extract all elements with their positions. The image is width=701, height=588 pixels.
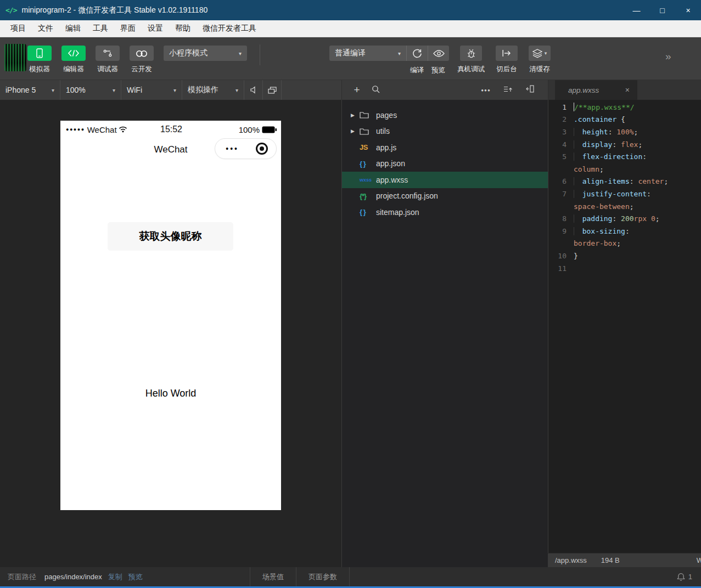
code-line-5: 5 flex-direction: (548, 150, 701, 163)
token: padding (574, 214, 612, 223)
minimize-button[interactable]: — (624, 0, 649, 20)
code-line-7: 7 justify-content: (548, 188, 701, 200)
sim-action-select-value: 模拟操作 (188, 85, 218, 95)
split-editor-button[interactable] (521, 85, 538, 95)
panel-button-0[interactable]: 模拟器 (27, 46, 52, 74)
panel-label-1: 编辑器 (63, 65, 84, 74)
tab-app-wxss[interactable]: app.wxss × (555, 80, 637, 100)
carrier-label: WeChat (87, 125, 117, 134)
mute-button[interactable] (244, 80, 263, 100)
token: ; (638, 140, 642, 149)
chevron-down-icon: ▾ (235, 87, 238, 93)
menu-item-0[interactable]: 项目 (4, 24, 32, 33)
compile-action-1[interactable] (428, 46, 449, 61)
token: flex-direction (574, 152, 642, 161)
overflow-icon[interactable]: » (665, 50, 671, 63)
close-button[interactable]: × (675, 0, 701, 20)
panel-button-2[interactable]: 调试器 (96, 46, 120, 74)
code-editor[interactable]: 1/**app.wxss**/2.container {3 height: 10… (548, 100, 701, 553)
window-controls: — □ × (624, 0, 701, 20)
token: : (612, 214, 621, 223)
tree-item-app.json[interactable]: { }app.json (342, 156, 548, 172)
code-line-wrap-11: border-box; (548, 238, 701, 250)
wechat-devtools-window: </> miniprogram-2 - 微信开发者工具 Stable v1.02… (0, 0, 701, 588)
copy-link[interactable]: 复制 (108, 572, 122, 582)
capsule-home-icon[interactable] (256, 143, 268, 155)
panel-button-1[interactable]: 编辑器 (61, 46, 86, 74)
toolbar-action-0[interactable]: 真机调试 (457, 46, 485, 74)
more-button[interactable]: ●●● (478, 88, 494, 93)
layers-icon-box: ▾ (529, 46, 551, 61)
code-text: display: flex; (574, 140, 642, 149)
token: : (642, 152, 647, 161)
toolbar-action-1[interactable]: 切后台 (496, 46, 518, 74)
sim-action-select[interactable]: 模拟操作▾ (182, 80, 244, 100)
code-text: column; (574, 165, 604, 173)
menu-item-5[interactable]: 设置 (142, 24, 169, 33)
network-select[interactable]: WiFi▾ (121, 80, 182, 100)
user-avatar[interactable] (4, 44, 26, 71)
line-number: 1 (548, 103, 574, 111)
menu-item-2[interactable]: 编辑 (59, 24, 87, 33)
capsule-more-icon[interactable]: ••• (223, 144, 239, 153)
zoom-select[interactable]: 100%▾ (60, 80, 121, 100)
bug-icon-box (460, 46, 482, 61)
menu-item-7[interactable]: 微信开发者工具 (197, 24, 262, 33)
notifications-button[interactable]: 1 (677, 567, 701, 586)
token: center (638, 177, 664, 185)
preview-link[interactable]: 预览 (128, 572, 143, 582)
tree-item-sitemap.json[interactable]: { }sitemap.json (342, 204, 548, 220)
code-line-9: 9 box-sizing: (548, 225, 701, 238)
tree-item-app.wxss[interactable]: wxssapp.wxss (342, 172, 548, 188)
menu-item-3[interactable]: 工具 (87, 24, 114, 33)
code-text: justify-content: (574, 190, 651, 198)
bug-icon (466, 48, 476, 59)
eye-icon (433, 50, 445, 57)
tree-item-project.config.json[interactable]: {*}project.config.json (342, 188, 548, 205)
maximize-button[interactable]: □ (649, 0, 675, 20)
tree-item-utils[interactable]: ▶utils (342, 123, 548, 140)
close-icon: × (686, 6, 690, 15)
toolbar-action-2[interactable]: ▾清缓存 (529, 46, 551, 74)
token: : (625, 227, 630, 235)
compile-action-0[interactable] (406, 46, 428, 61)
token: align-items (574, 177, 630, 185)
panel-button-3[interactable]: 云开发 (130, 46, 154, 74)
compile-select[interactable]: 普通编译 ▾ (329, 46, 406, 61)
tree-item-app.js[interactable]: JSapp.js (342, 139, 548, 156)
tree-arrow-icon[interactable]: ▶ (351, 128, 360, 134)
search-button[interactable] (368, 85, 383, 95)
add-file-button[interactable]: + (350, 84, 364, 96)
menu-item-6[interactable]: 帮助 (169, 24, 197, 33)
scene-value-button[interactable]: 场景值 (250, 567, 296, 586)
maximize-icon: □ (660, 6, 664, 15)
menu-item-4[interactable]: 界面 (114, 24, 142, 33)
token: /**app.wxss**/ (574, 103, 635, 111)
tree-item-pages[interactable]: ▶pages (342, 107, 548, 123)
editor-tab-bar: app.wxss × (548, 80, 701, 100)
collapse-all-button[interactable] (500, 85, 516, 95)
tree-arrow-icon[interactable]: ▶ (351, 112, 360, 118)
device-select[interactable]: iPhone 5▾ (0, 80, 60, 100)
token: : (612, 140, 621, 149)
capsule-button[interactable]: ••• (215, 138, 277, 159)
debug-icon (96, 46, 120, 61)
page-params-button[interactable]: 页面参数 (296, 567, 350, 586)
toolbar-action-label-1: 切后台 (496, 65, 517, 74)
speaker-icon (250, 86, 257, 94)
menu-item-1[interactable]: 文件 (32, 24, 59, 33)
code-line-1: 1/**app.wxss**/ (548, 101, 701, 114)
scene-value-label: 场景值 (262, 572, 284, 582)
line-number: 8 (548, 214, 574, 223)
multi-window-button[interactable] (263, 80, 282, 100)
js-file-icon: JS (360, 143, 376, 151)
tab-close-button[interactable]: × (625, 86, 630, 94)
get-avatar-button[interactable]: 获取头像昵称 (108, 222, 233, 251)
battery-group: 100% (239, 125, 277, 134)
toolbar-action-buttons: 真机调试切后台▾清缓存 (457, 46, 551, 74)
chevron-down-icon: ▾ (398, 50, 401, 56)
json-file-icon: { } (360, 208, 376, 216)
token: display (574, 140, 612, 149)
clock-label: 15:52 (160, 125, 182, 134)
mode-select[interactable]: 小程序模式 ▾ (164, 46, 247, 61)
